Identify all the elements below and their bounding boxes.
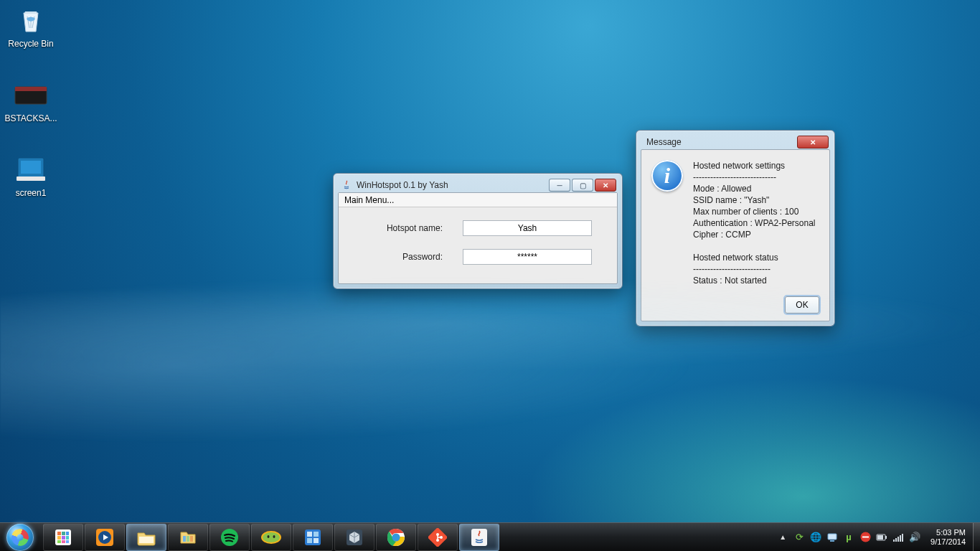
desktop-icon-screen1[interactable]: screen1 xyxy=(3,152,59,198)
tray-shield-icon[interactable] xyxy=(859,532,871,543)
svg-rect-19 xyxy=(187,536,189,542)
msg-max-clients: Max number of clients : 100 xyxy=(693,206,816,217)
libraries-icon xyxy=(177,527,199,547)
close-button[interactable]: ✕ xyxy=(595,179,616,192)
svg-rect-13 xyxy=(62,540,65,543)
msg-ssid: SSID name : "Yash" xyxy=(693,194,816,206)
window-title: WinHotspot 0.1 by Yash xyxy=(357,180,543,190)
clock-date: 9/17/2014 xyxy=(930,537,966,547)
windows-orb-icon xyxy=(6,524,34,551)
desktop[interactable]: Recycle Bin BSTACKSA... screen1 xyxy=(0,0,980,522)
taskbar-app-chrome[interactable] xyxy=(376,524,416,551)
svg-rect-8 xyxy=(66,532,69,535)
svg-rect-28 xyxy=(314,532,319,537)
taskbar-app-tiles[interactable] xyxy=(43,524,83,551)
taskbar-app-virtualbox[interactable] xyxy=(334,524,374,551)
taskbar-app-java[interactable] xyxy=(459,524,499,551)
svg-rect-3 xyxy=(21,161,41,174)
hotspot-name-label: Hotspot name: xyxy=(364,223,443,233)
close-button[interactable]: ✕ xyxy=(797,136,829,149)
recycle-bin-icon xyxy=(14,3,48,37)
titlebar[interactable]: WinHotspot 0.1 by Yash ─ ▢ ✕ xyxy=(338,178,618,192)
java-icon xyxy=(341,179,352,191)
taskbar-clock[interactable]: 5:03 PM 9/17/2014 xyxy=(928,528,969,547)
cube-icon xyxy=(344,527,365,547)
svg-rect-10 xyxy=(62,536,65,540)
svg-rect-18 xyxy=(183,536,186,542)
desktop-icon-bstacks[interactable]: BSTACKSA... xyxy=(3,77,59,123)
desktop-icon-label: BSTACKSA... xyxy=(3,113,59,123)
svg-rect-46 xyxy=(877,535,883,540)
tray-network-icon[interactable] xyxy=(826,532,838,543)
maximize-button[interactable]: ▢ xyxy=(572,179,593,192)
tray-utorrent-icon[interactable]: µ xyxy=(843,532,854,543)
ok-button[interactable]: OK xyxy=(785,296,819,314)
svg-rect-14 xyxy=(66,540,69,543)
svg-rect-6 xyxy=(57,532,61,535)
svg-rect-48 xyxy=(895,538,897,542)
svg-rect-11 xyxy=(66,536,69,540)
taskbar-app-libraries[interactable] xyxy=(168,524,208,551)
svg-rect-27 xyxy=(307,532,312,537)
folder-dark-icon xyxy=(14,77,48,112)
taskbar-app-git[interactable] xyxy=(418,524,458,551)
svg-rect-40 xyxy=(828,534,837,540)
tray-wifi-icon[interactable] xyxy=(892,532,904,543)
close-icon: ✕ xyxy=(603,182,608,189)
svg-rect-1 xyxy=(15,87,47,91)
maximize-icon: ▢ xyxy=(580,182,586,189)
taskbar-app-bluestacks[interactable] xyxy=(251,524,291,551)
explorer-icon xyxy=(136,527,157,547)
msg-status: Status : Not started xyxy=(693,275,816,286)
svg-rect-4 xyxy=(17,176,45,181)
svg-point-34 xyxy=(393,534,399,540)
msg-cipher: Cipher : CCMP xyxy=(693,229,816,240)
hotspot-name-input[interactable] xyxy=(463,220,592,236)
java-icon xyxy=(468,527,490,547)
client-area: Main Menu... Hotspot name: Password: xyxy=(338,192,618,284)
tray-volume-icon[interactable]: 🔊 xyxy=(909,532,920,543)
svg-rect-43 xyxy=(862,537,869,538)
window-title: Message xyxy=(644,137,791,147)
svg-rect-20 xyxy=(190,536,193,542)
svg-rect-30 xyxy=(314,538,319,543)
control-panel-icon xyxy=(302,527,324,547)
message-text: Hosted network settings ----------------… xyxy=(693,160,816,286)
system-tray: ▲ ⟳ 🌐 µ 🔊 5:03 PM 9/17/2014 xyxy=(772,523,973,551)
tray-globe-icon[interactable]: 🌐 xyxy=(810,532,821,543)
msg-separator: --------------------------- xyxy=(693,263,816,275)
info-icon: i xyxy=(651,160,683,192)
taskbar-app-settings[interactable] xyxy=(293,524,333,551)
svg-rect-9 xyxy=(57,536,61,540)
svg-rect-50 xyxy=(900,535,901,542)
menubar: Main Menu... xyxy=(339,193,617,207)
clock-time: 5:03 PM xyxy=(936,528,966,537)
chrome-icon xyxy=(385,527,407,547)
start-button[interactable] xyxy=(0,523,40,551)
taskbar-app-mediaplayer[interactable] xyxy=(85,524,125,551)
tray-sync-icon[interactable]: ⟳ xyxy=(793,532,805,543)
taskbar-app-spotify[interactable] xyxy=(209,524,250,551)
msg-mode: Mode : Allowed xyxy=(693,183,816,194)
minimize-button[interactable]: ─ xyxy=(549,179,570,192)
show-desktop-button[interactable] xyxy=(973,523,980,551)
desktop-icon-recycle-bin[interactable]: Recycle Bin xyxy=(3,3,59,49)
spotify-icon xyxy=(219,527,240,547)
taskbar: ▲ ⟳ 🌐 µ 🔊 5:03 PM 9/17/2014 xyxy=(0,522,980,551)
password-input[interactable] xyxy=(463,249,592,265)
svg-rect-17 xyxy=(139,537,154,543)
message-dialog[interactable]: Message ✕ i Hosted network settings ----… xyxy=(636,130,835,326)
close-icon: ✕ xyxy=(810,138,816,146)
image-file-icon xyxy=(14,152,48,187)
msg-heading-status: Hosted network status xyxy=(693,252,816,263)
msg-auth: Authentication : WPA2-Personal xyxy=(693,217,816,229)
winhotspot-window[interactable]: WinHotspot 0.1 by Yash ─ ▢ ✕ Main Menu..… xyxy=(333,173,623,289)
menu-main[interactable]: Main Menu... xyxy=(339,193,400,207)
taskbar-app-explorer[interactable] xyxy=(126,524,166,551)
tray-battery-icon[interactable] xyxy=(876,532,887,543)
tray-overflow-button[interactable]: ▲ xyxy=(779,533,786,541)
titlebar[interactable]: Message ✕ xyxy=(641,135,830,149)
svg-rect-49 xyxy=(897,537,899,542)
bluestacks-icon xyxy=(260,527,282,547)
svg-rect-12 xyxy=(57,540,61,543)
